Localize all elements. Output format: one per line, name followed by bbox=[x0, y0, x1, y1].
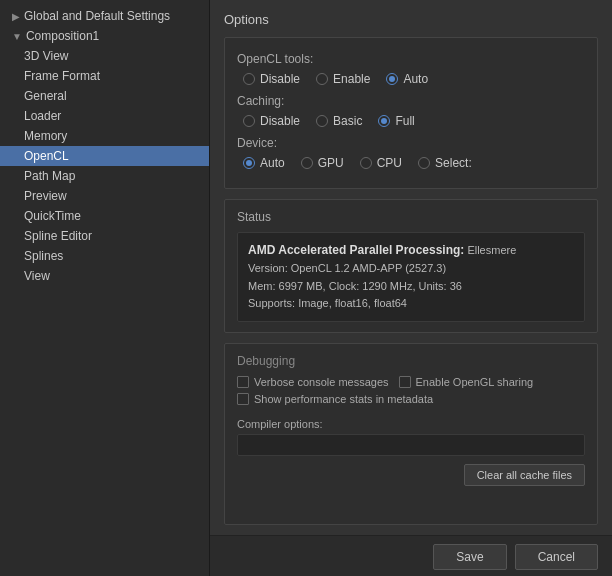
sidebar-item-opencl[interactable]: OpenCL bbox=[0, 146, 209, 166]
sidebar-item-view[interactable]: View bbox=[0, 266, 209, 286]
sidebar-item-memory[interactable]: Memory bbox=[0, 126, 209, 146]
device-gpu-option[interactable]: GPU bbox=[301, 156, 344, 170]
opencl-auto-radio[interactable] bbox=[386, 73, 398, 85]
perf-label: Show performance stats in metadata bbox=[254, 393, 433, 405]
device-auto-label: Auto bbox=[260, 156, 285, 170]
sidebar-item-loader[interactable]: Loader bbox=[0, 106, 209, 126]
caching-basic-radio[interactable] bbox=[316, 115, 328, 127]
device-select-label: Select: bbox=[435, 156, 472, 170]
status-line3: Mem: 6997 MB, Clock: 1290 MHz, Units: 36 bbox=[248, 278, 574, 296]
arrow-icon-composition1: ▼ bbox=[12, 31, 22, 42]
debug-panel: Debugging Verbose console messages Enabl… bbox=[224, 343, 598, 525]
caching-disable-radio[interactable] bbox=[243, 115, 255, 127]
sidebar-item-frame-format[interactable]: Frame Format bbox=[0, 66, 209, 86]
debugging-title: Debugging bbox=[237, 354, 585, 368]
caching-full-radio[interactable] bbox=[378, 115, 390, 127]
compiler-input[interactable] bbox=[237, 434, 585, 456]
sidebar-label-loader: Loader bbox=[24, 109, 61, 123]
sidebar-label-view: View bbox=[24, 269, 50, 283]
perf-row: Show performance stats in metadata bbox=[237, 393, 585, 405]
compiler-label: Compiler options: bbox=[237, 418, 585, 430]
sidebar-label-composition1: Composition1 bbox=[26, 29, 99, 43]
sidebar-item-general[interactable]: General bbox=[0, 86, 209, 106]
caching-basic-option[interactable]: Basic bbox=[316, 114, 362, 128]
device-gpu-label: GPU bbox=[318, 156, 344, 170]
opencl-tools-row: Disable Enable Auto bbox=[237, 72, 585, 86]
clear-cache-button[interactable]: Clear all cache files bbox=[464, 464, 585, 486]
opencl-enable-radio[interactable] bbox=[316, 73, 328, 85]
opengl-label: Enable OpenGL sharing bbox=[416, 376, 534, 388]
caching-basic-label: Basic bbox=[333, 114, 362, 128]
status-bold: AMD Accelerated Parallel Processing: bbox=[248, 243, 464, 257]
cancel-button[interactable]: Cancel bbox=[515, 544, 598, 570]
debug-actions: Clear all cache files bbox=[237, 464, 585, 486]
opencl-auto-label: Auto bbox=[403, 72, 428, 86]
device-select-option[interactable]: Select: bbox=[418, 156, 472, 170]
sidebar-label-quicktime: QuickTime bbox=[24, 209, 81, 223]
verbose-label: Verbose console messages bbox=[254, 376, 389, 388]
sidebar: ▶ Global and Default Settings▼ Compositi… bbox=[0, 0, 210, 576]
device-auto-radio[interactable] bbox=[243, 157, 255, 169]
verbose-row: Verbose console messages Enable OpenGL s… bbox=[237, 376, 585, 388]
device-cpu-label: CPU bbox=[377, 156, 402, 170]
options-panel: OpenCL tools: Disable Enable Auto bbox=[224, 37, 598, 189]
device-gpu-radio[interactable] bbox=[301, 157, 313, 169]
sidebar-item-splines[interactable]: Splines bbox=[0, 246, 209, 266]
sidebar-item-path-map[interactable]: Path Map bbox=[0, 166, 209, 186]
caching-row: Disable Basic Full bbox=[237, 114, 585, 128]
status-line4: Supports: Image, float16, float64 bbox=[248, 295, 574, 313]
opencl-enable-label: Enable bbox=[333, 72, 370, 86]
status-box: AMD Accelerated Parallel Processing: Ell… bbox=[237, 232, 585, 322]
verbose-checkbox[interactable] bbox=[237, 376, 249, 388]
device-row: Auto GPU CPU Select: bbox=[237, 156, 585, 170]
status-panel: Status AMD Accelerated Parallel Processi… bbox=[224, 199, 598, 333]
options-title: Options bbox=[224, 12, 598, 27]
opencl-disable-label: Disable bbox=[260, 72, 300, 86]
opengl-checkbox-item[interactable]: Enable OpenGL sharing bbox=[399, 376, 534, 388]
perf-checkbox[interactable] bbox=[237, 393, 249, 405]
sidebar-label-global-settings: Global and Default Settings bbox=[24, 9, 170, 23]
device-select-radio[interactable] bbox=[418, 157, 430, 169]
sidebar-label-memory: Memory bbox=[24, 129, 67, 143]
opengl-checkbox[interactable] bbox=[399, 376, 411, 388]
perf-checkbox-item[interactable]: Show performance stats in metadata bbox=[237, 393, 433, 405]
opencl-tools-label: OpenCL tools: bbox=[237, 52, 585, 66]
device-label: Device: bbox=[237, 136, 585, 150]
status-title: Status bbox=[237, 210, 585, 224]
sidebar-label-preview: Preview bbox=[24, 189, 67, 203]
caching-label: Caching: bbox=[237, 94, 585, 108]
sidebar-label-path-map: Path Map bbox=[24, 169, 75, 183]
opencl-disable-option[interactable]: Disable bbox=[243, 72, 300, 86]
footer: Save Cancel bbox=[210, 535, 612, 576]
sidebar-label-spline-editor: Spline Editor bbox=[24, 229, 92, 243]
device-auto-option[interactable]: Auto bbox=[243, 156, 285, 170]
sidebar-label-opencl: OpenCL bbox=[24, 149, 69, 163]
sidebar-label-frame-format: Frame Format bbox=[24, 69, 100, 83]
opencl-auto-option[interactable]: Auto bbox=[386, 72, 428, 86]
sidebar-item-3d-view[interactable]: 3D View bbox=[0, 46, 209, 66]
device-cpu-radio[interactable] bbox=[360, 157, 372, 169]
sidebar-item-preview[interactable]: Preview bbox=[0, 186, 209, 206]
status-line1: AMD Accelerated Parallel Processing: Ell… bbox=[248, 241, 574, 260]
sidebar-label-3d-view: 3D View bbox=[24, 49, 68, 63]
opencl-disable-radio[interactable] bbox=[243, 73, 255, 85]
device-cpu-option[interactable]: CPU bbox=[360, 156, 402, 170]
opencl-enable-option[interactable]: Enable bbox=[316, 72, 370, 86]
caching-disable-label: Disable bbox=[260, 114, 300, 128]
sidebar-item-global-settings[interactable]: ▶ Global and Default Settings bbox=[0, 6, 209, 26]
save-button[interactable]: Save bbox=[433, 544, 506, 570]
caching-full-label: Full bbox=[395, 114, 414, 128]
sidebar-item-spline-editor[interactable]: Spline Editor bbox=[0, 226, 209, 246]
status-name: Ellesmere bbox=[467, 244, 516, 256]
sidebar-label-splines: Splines bbox=[24, 249, 63, 263]
content-area: Options OpenCL tools: Disable Enable bbox=[210, 0, 612, 535]
verbose-checkbox-item[interactable]: Verbose console messages bbox=[237, 376, 389, 388]
arrow-icon-global-settings: ▶ bbox=[12, 11, 20, 22]
caching-full-option[interactable]: Full bbox=[378, 114, 414, 128]
status-line2: Version: OpenCL 1.2 AMD-APP (2527.3) bbox=[248, 260, 574, 278]
sidebar-item-composition1[interactable]: ▼ Composition1 bbox=[0, 26, 209, 46]
sidebar-item-quicktime[interactable]: QuickTime bbox=[0, 206, 209, 226]
caching-disable-option[interactable]: Disable bbox=[243, 114, 300, 128]
sidebar-label-general: General bbox=[24, 89, 67, 103]
